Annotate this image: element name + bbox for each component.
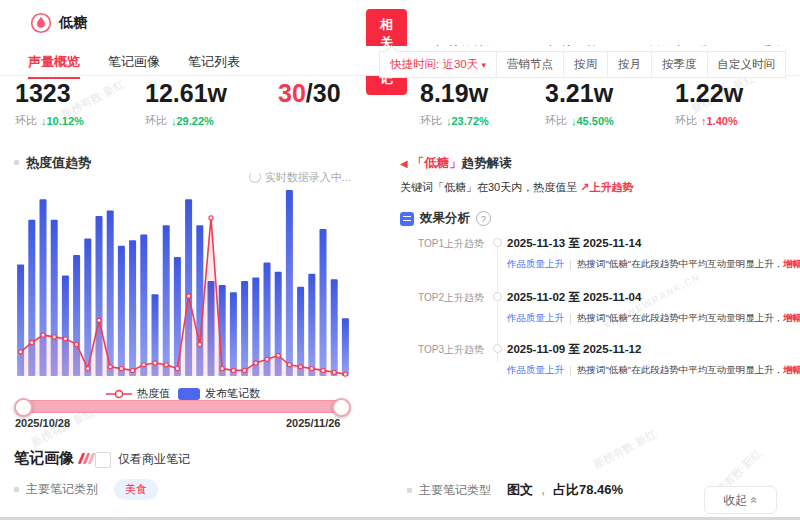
top-description: 热搜词"低糖"在此段趋势中平均互动量明显上升， <box>577 364 783 377</box>
stat-value-rest: /30 <box>306 79 341 107</box>
insight-title-rest: 趋势解读 <box>462 156 512 170</box>
note-profile-section-title: 笔记画像 <box>14 449 93 468</box>
stat-value: 3.21w <box>545 80 614 106</box>
chevron-up-icon: « <box>748 497 762 504</box>
time-seg-weekly[interactable]: 按周 <box>563 52 607 77</box>
compare-label: 环比 <box>675 113 697 128</box>
brand: 低糖 <box>30 12 87 34</box>
sub-nav: 声量概览 笔记画像 笔记列表 快捷时间: 近30天 ▾ 营销节点 按周 按月 按… <box>0 46 800 76</box>
quality-tag: 作品质量上升 <box>507 258 564 271</box>
triangle-left-icon: ◀ <box>400 158 408 169</box>
category-tag-food[interactable]: 美食 <box>114 479 158 500</box>
commercial-notes-filter[interactable]: 仅看商业笔记 <box>95 451 190 468</box>
legend-heat-value[interactable]: 热度值 <box>106 386 170 401</box>
divider <box>570 260 571 270</box>
compare-label: 环比 <box>420 113 442 128</box>
stat-comments: 1.22w 环比 ↑1.40% <box>675 80 743 128</box>
divider <box>570 366 571 376</box>
bar-swatch-icon <box>178 388 200 400</box>
top-date-range: 2025-11-02 至 2025-11-04 <box>507 290 641 305</box>
time-seg-quarterly[interactable]: 按季度 <box>651 52 707 77</box>
trend-up-icon: ↗ <box>580 181 589 193</box>
effect-analysis-title: 效果分析 <box>420 210 470 227</box>
line-marker-icon <box>106 389 132 399</box>
compare-label: 环比 <box>15 113 37 128</box>
range-start-date: 2025/10/28 <box>15 417 70 429</box>
trend-insight-body: 关键词「低糖」在30天内，热度值呈 ↗上升趋势 <box>400 180 634 195</box>
divider <box>570 314 571 324</box>
slider-handle-start[interactable] <box>14 398 33 417</box>
quick-time-select[interactable]: 快捷时间: 近30天 ▾ <box>380 52 496 77</box>
main-note-type-row: 主要笔记类型 图文 ， 占比78.46% <box>407 481 623 499</box>
trend-chart <box>15 190 351 378</box>
legend-label: 热度值 <box>137 386 170 401</box>
quality-tag: 作品质量上升 <box>507 312 564 325</box>
checkbox-label: 仅看商业笔记 <box>118 451 190 468</box>
timeline-dot-icon <box>493 292 502 301</box>
top-date-range: 2025-11-13 至 2025-11-14 <box>507 236 641 251</box>
stat-value-highlight: 30 <box>278 79 306 107</box>
type-value: 图文 <box>507 481 533 499</box>
effect-analysis-header: 效果分析 ? <box>400 210 491 227</box>
watermark: 新榜有数·新红 <box>591 427 660 473</box>
trend-insight-title: ◀「低糖」趋势解读 <box>400 155 512 172</box>
brand-logo-icon <box>30 12 52 34</box>
bullet-icon <box>14 487 19 492</box>
top-header: 低糖 相关笔记 相关热搜词 VIP 相关品牌 VIP 创作者画像 VIP 受众画… <box>0 0 800 47</box>
stat-value: 8.19w <box>420 80 489 106</box>
top-delta: 增幅为728.20% <box>783 258 800 271</box>
bullet-icon <box>14 160 19 165</box>
top-delta: 增幅为274.60% <box>783 312 800 325</box>
legend-note-count[interactable]: 发布笔记数 <box>178 386 260 401</box>
compare-label: 环比 <box>545 113 567 128</box>
subtab-note-list[interactable]: 笔记列表 <box>188 53 240 79</box>
chart-legend: 热度值 发布笔记数 <box>15 386 351 401</box>
bullet-icon <box>407 488 412 493</box>
top-rank-label: TOP2上升趋势 <box>418 291 484 305</box>
type-label: 主要笔记类型 <box>419 482 491 499</box>
quick-time-label: 快捷时间: 近30天 <box>390 58 478 70</box>
loading-spinner-icon <box>249 171 261 183</box>
keyword-title: 低糖 <box>59 14 87 32</box>
checkbox[interactable] <box>95 452 111 468</box>
stat-change-value: 29.22% <box>177 115 214 127</box>
stat-interactions: 12.61w 环比 ↓29.22% <box>145 80 227 128</box>
time-seg-custom[interactable]: 自定义时间 <box>707 52 786 77</box>
top-description: 热搜词"低糖"在此段趋势中平均互动量明显上升， <box>577 258 783 271</box>
stat-collects: 3.21w 环比 ↓45.50% <box>545 80 614 128</box>
collapse-button[interactable]: 收起 « <box>704 486 777 514</box>
time-seg-marketing-nodes[interactable]: 营销节点 <box>496 52 563 77</box>
collapse-label: 收起 <box>723 492 747 509</box>
compare-label: 环比 <box>145 113 167 128</box>
insight-keyword: 「低糖」 <box>412 156 462 170</box>
time-range-control: 快捷时间: 近30天 ▾ 营销节点 按周 按月 按季度 自定义时间 <box>379 51 786 78</box>
range-end-date: 2025/11/26 <box>286 417 340 429</box>
chevron-down-icon: ▾ <box>481 60 486 70</box>
timeline-dot-icon <box>493 238 502 247</box>
app-root: 新榜有数·新红 新榜有数·新红 XHN.NEWRANK.CN 新榜有数·新红 新… <box>0 0 800 520</box>
time-seg-monthly[interactable]: 按月 <box>607 52 651 77</box>
stat-value: 1.22w <box>675 80 743 106</box>
slider-handle-end[interactable] <box>332 398 351 417</box>
comma: ， <box>537 482 549 499</box>
stat-value: 12.61w <box>145 80 227 106</box>
realtime-loading-status: 实时数据录入中... <box>15 170 351 185</box>
subtab-volume-overview[interactable]: 声量概览 <box>28 53 80 79</box>
list-icon <box>400 212 414 226</box>
stat-change-value: 45.50% <box>577 115 614 127</box>
top-description: 热搜词"低糖"在此段趋势中平均互动量明显上升， <box>577 312 783 325</box>
subtab-note-profile[interactable]: 笔记画像 <box>108 53 160 79</box>
date-range-slider[interactable] <box>15 400 350 413</box>
main-category-row: 主要笔记类别 美食 <box>14 479 158 500</box>
stat-days-ratio: 30/30 <box>278 80 341 106</box>
stat-likes: 8.19w 环比 ↓23.72% <box>420 80 489 128</box>
red-slashes-icon <box>80 453 93 464</box>
help-icon[interactable]: ? <box>476 211 491 226</box>
quality-tag: 作品质量上升 <box>507 364 564 377</box>
top-rank-label: TOP3上升趋势 <box>418 343 484 357</box>
legend-label: 发布笔记数 <box>205 386 260 401</box>
timeline-dot-icon <box>493 344 502 353</box>
category-label: 主要笔记类别 <box>26 481 98 498</box>
top-date-range: 2025-11-09 至 2025-11-12 <box>507 342 641 357</box>
stat-change-value: 1.40% <box>707 115 738 127</box>
